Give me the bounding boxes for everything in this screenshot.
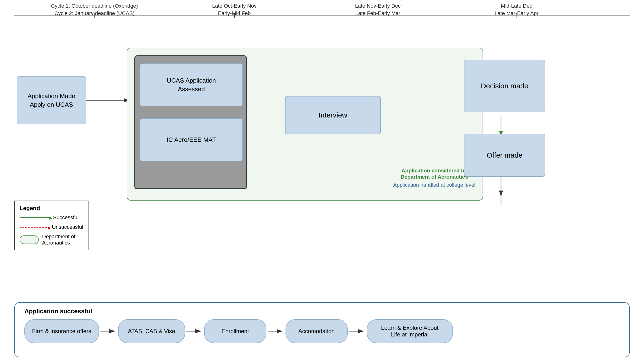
step-accommodation: Accomodation: [286, 319, 348, 343]
bottom-flow: Firm & insurance offers ATAS, CAS & Visa…: [24, 319, 620, 343]
application-made-box: Application MadeApply on UCAS: [17, 76, 86, 124]
timeline-label-1: Cycle 1: October deadline (Oxbridge)Cycl…: [47, 2, 142, 17]
bottom-section: Application successful Firm & insurance …: [14, 302, 630, 357]
green-container: UCAS ApplicationAssessed IC Aero/EEE MAT…: [127, 48, 483, 200]
arrow-4: [348, 326, 367, 336]
timeline: Cycle 1: October deadline (Oxbridge)Cycl…: [14, 2, 630, 21]
ic-aero-box: IC Aero/EEE MAT: [140, 118, 243, 161]
arrow-2: [185, 326, 204, 336]
timeline-label-3: Late Nov-Early DecLate Feb-Early Mar: [330, 2, 426, 17]
arrow-1: [99, 326, 118, 336]
step-learn-explore: Learn & Explore AboutLife at Imperial: [367, 319, 453, 343]
decision-made-box: Decision made: [464, 60, 545, 112]
arrow-3: [266, 326, 286, 336]
legend-title: Legend: [20, 205, 83, 211]
step-firm-insurance: Firm & insurance offers: [24, 319, 99, 343]
legend-aeronautics: Department ofAeronautics: [20, 233, 83, 246]
ucas-assessed-box: UCAS ApplicationAssessed: [140, 63, 243, 106]
bottom-title: Application successful: [24, 308, 620, 315]
legend-successful: ► Successful: [20, 214, 83, 221]
timeline-label-2: Late Oct-Early NovEarly-Mid Feb: [186, 2, 282, 17]
step-atas: ATAS, CAS & Visa: [118, 319, 185, 343]
legend-unsuccessful: ► Unsuccessful: [20, 224, 83, 230]
offer-made-box: Offer made: [464, 134, 545, 177]
dept-aeronautics-text: Application considered byDepartment of A…: [393, 168, 476, 180]
legend-box: Legend ► Successful ► Unsuccessful Depar…: [14, 200, 88, 250]
interview-box: Interview: [285, 96, 381, 134]
college-level-text: Application handled at college level: [393, 182, 476, 188]
dark-gray-box: UCAS ApplicationAssessed IC Aero/EEE MAT: [134, 55, 247, 189]
step-enrollment: Enrollment: [204, 319, 266, 343]
timeline-label-4: Mid-Late DecLate Mar-Early Apr: [475, 2, 558, 17]
